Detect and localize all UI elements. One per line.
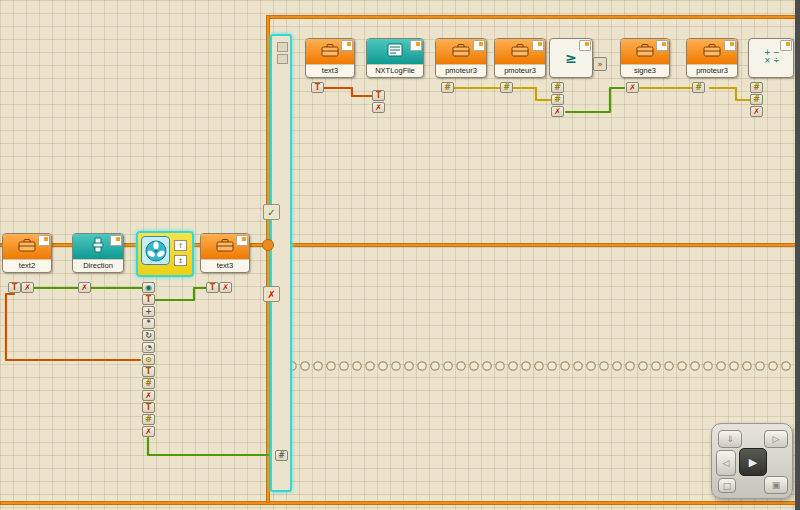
data-plug[interactable]: ✗ [21,282,34,293]
block-fold-icon [473,40,485,51]
data-plug[interactable]: # [500,82,513,93]
block-fold-icon [38,235,50,246]
briefcase-icon [321,43,339,61]
block-label: pmoteur3 [495,64,545,76]
slider-icon [91,237,105,257]
block-fold-icon [724,40,736,51]
switch-input-plug[interactable]: # [275,450,288,461]
data-plug[interactable]: T [372,90,385,101]
block-math[interactable]: +−×÷ [748,38,794,78]
motor-fan-icon [141,236,170,265]
math-icon: +−×÷ [762,47,780,69]
data-plug[interactable]: T [142,366,155,377]
nxt-controller-panel: ⇓▷◁▶□▣ [711,423,793,499]
block-fold-icon [410,40,422,51]
data-plug[interactable]: ✗ [626,82,639,93]
briefcase-icon [18,238,36,256]
data-plug[interactable]: + [142,306,155,317]
compare-icon: ≥ [565,49,577,67]
data-plug[interactable]: ✗ [142,390,155,401]
block-nxtlogfile[interactable]: NXTLogFile [366,38,424,78]
block-label: text3 [306,64,354,76]
switch-true-tab[interactable]: ✓ [263,204,280,220]
run-button[interactable]: ▷ [764,430,788,448]
nxt-window-button[interactable]: ▣ [764,476,788,494]
data-plug[interactable]: T [8,282,21,293]
data-plug[interactable]: ↻ [142,330,155,341]
briefcase-icon [636,43,654,61]
text-mini-icon: T [174,240,187,251]
file-icon [387,43,403,61]
switch-block-bar[interactable]: ✓ ✗ # [270,34,292,492]
data-plug[interactable]: ◉ [142,282,155,293]
block-pmoteur3-a[interactable]: pmoteur3 [435,38,487,78]
block-pmoteur3-c[interactable]: pmoteur3 [686,38,738,78]
stop-button[interactable]: □ [718,478,736,493]
block-compare[interactable]: ≥» [549,38,593,78]
briefcase-icon [511,43,529,61]
block-header [621,39,669,64]
block-header [436,39,486,64]
range-mini-icon: ↕ [174,255,187,266]
data-plug[interactable]: # [692,82,705,93]
data-plug[interactable]: ◔ [142,342,155,353]
data-plug[interactable]: ✗ [551,106,564,117]
data-plug[interactable]: # [551,94,564,105]
download-button[interactable]: ⇓ [718,430,742,448]
block-header [367,39,423,64]
cross-icon: ✗ [267,289,275,300]
window-edge [795,0,800,510]
data-plug[interactable]: # [551,82,564,93]
block-header [3,234,51,259]
block-fold-icon [236,235,248,246]
block-label: signe3 [621,64,669,76]
block-fold-icon [532,40,544,51]
block-direction[interactable]: Direction [72,233,124,273]
data-plug[interactable]: ✗ [78,282,91,293]
check-icon: ✓ [267,207,275,218]
data-plug[interactable]: T [311,82,324,93]
block-label: text3 [201,259,249,271]
switch-config-icon [277,54,288,64]
program-canvas: text3TNXTLogFileT✗pmoteur3#pmoteur3#≥»##… [0,0,800,510]
data-plug[interactable]: ✗ [142,426,155,437]
block-fold-icon [341,40,353,51]
data-plug[interactable]: ✗ [750,106,763,117]
block-fold-icon [780,40,792,51]
data-plug[interactable]: ✗ [219,282,232,293]
data-plug[interactable]: T [206,282,219,293]
block-motor-switch[interactable]: T↕ [136,231,194,277]
block-header [201,234,249,259]
block-label: pmoteur3 [687,64,737,76]
data-plug[interactable]: # [750,82,763,93]
block-pmoteur3-b[interactable]: pmoteur3 [494,38,546,78]
data-plug[interactable]: ⊙ [142,354,155,365]
briefcase-icon [452,43,470,61]
data-plug[interactable]: * [142,318,155,329]
block-header [687,39,737,64]
block-more-tab[interactable]: » [593,57,607,71]
data-plug[interactable]: ✗ [372,102,385,113]
block-text3-a[interactable]: text3 [305,38,355,78]
block-header [73,234,123,259]
block-text3-b[interactable]: text3 [200,233,250,273]
data-plug[interactable]: # [142,378,155,389]
download-run-button[interactable]: ▶ [739,448,767,476]
beam-junction-node [262,239,274,251]
block-header [306,39,354,64]
pause-button[interactable]: ◁ [716,450,736,476]
data-plug[interactable]: # [142,414,155,425]
switch-config-icon [277,42,288,52]
block-fold-icon [110,235,122,246]
block-signe3[interactable]: signe3 [620,38,670,78]
switch-false-tab[interactable]: ✗ [263,286,280,302]
data-plug[interactable]: # [750,94,763,105]
svg-text:×: × [764,56,771,65]
data-plug[interactable]: T [142,294,155,305]
block-text2[interactable]: text2 [2,233,52,273]
briefcase-icon [703,43,721,61]
block-header [495,39,545,64]
block-fold-icon [656,40,668,51]
data-plug[interactable]: T [142,402,155,413]
data-plug[interactable]: # [441,82,454,93]
